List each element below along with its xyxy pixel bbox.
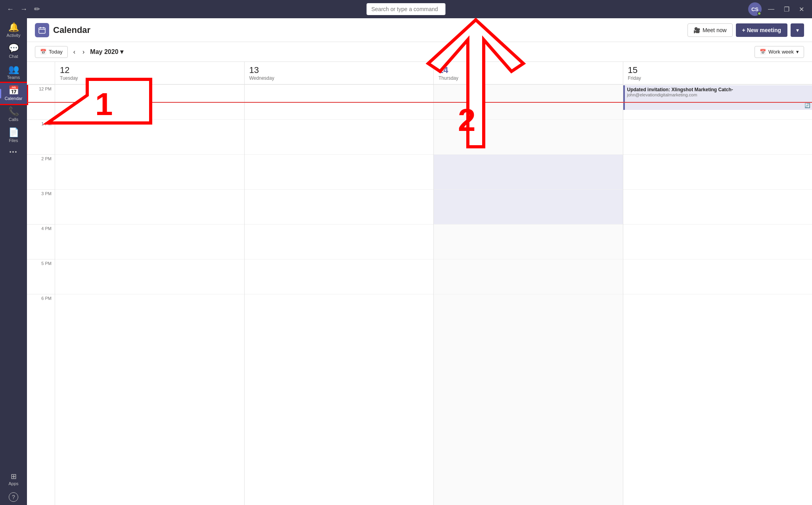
sidebar-item-label: Apps xyxy=(8,481,18,486)
compose-icon[interactable]: ✏ xyxy=(34,5,40,13)
slot[interactable] xyxy=(245,154,434,189)
day-header-14: 14 Thursday xyxy=(433,62,623,84)
slot[interactable] xyxy=(55,119,244,154)
slot[interactable] xyxy=(245,224,434,259)
current-time-line xyxy=(27,102,812,103)
calls-icon: 📞 xyxy=(8,107,19,116)
day-header-15: 15 Friday xyxy=(623,62,812,84)
slot[interactable] xyxy=(623,224,812,259)
slot[interactable] xyxy=(434,224,623,259)
time-header xyxy=(27,62,55,84)
today-button[interactable]: 📅 Today xyxy=(35,46,68,58)
sidebar-item-activity[interactable]: 🔔 Activity xyxy=(0,20,27,41)
sidebar-item-more[interactable]: ••• xyxy=(0,146,27,158)
slot[interactable] xyxy=(245,259,434,294)
days-header: 12 Tuesday 13 Wednesday 14 Thursday 15 F… xyxy=(27,62,812,84)
meet-now-button[interactable]: 🎥 Meet now xyxy=(688,23,733,37)
day-col-14[interactable] xyxy=(433,84,623,505)
sidebar-item-apps[interactable]: ⊞ Apps xyxy=(0,470,27,489)
sidebar-item-label: Calls xyxy=(9,117,18,122)
sidebar-item-label: Files xyxy=(9,138,18,143)
slot[interactable] xyxy=(55,154,244,189)
slot[interactable] xyxy=(245,119,434,154)
slot[interactable] xyxy=(55,189,244,224)
more-icon: ••• xyxy=(10,149,18,155)
sidebar-item-label: Teams xyxy=(7,75,20,80)
day-number-14: 14 xyxy=(439,65,618,75)
minimize-button[interactable]: — xyxy=(765,4,778,14)
slot[interactable] xyxy=(623,119,812,154)
main-content: Calendar 🎥 Meet now + New meeting ▾ 📅 To… xyxy=(27,18,812,505)
day-name-thu: Thursday xyxy=(439,75,618,81)
day-col-12[interactable] xyxy=(55,84,244,505)
app-layout: 🔔 Activity 💬 Chat 👥 Teams 📅 Calendar 📞 C… xyxy=(0,18,812,505)
video-icon: 🎥 xyxy=(693,27,700,33)
day-number-15: 15 xyxy=(628,65,808,75)
calendar-nav: 📅 Today ‹ › May 2020 ▾ 📅 Work week ▾ xyxy=(27,42,812,62)
sidebar-item-chat[interactable]: 💬 Chat xyxy=(0,41,27,62)
avatar[interactable]: CS xyxy=(748,2,762,16)
time-slot-4pm: 4 PM xyxy=(27,224,55,259)
day-header-12: 12 Tuesday xyxy=(55,62,244,84)
slot[interactable] xyxy=(623,189,812,224)
day-col-15[interactable]: Updated invitation: Xlingshot Marketing … xyxy=(623,84,812,505)
close-button[interactable]: ✕ xyxy=(796,4,807,15)
time-slot-6pm: 6 PM xyxy=(27,294,55,329)
sidebar-item-calendar[interactable]: 📅 Calendar xyxy=(0,83,27,104)
workweek-chevron-icon: ▾ xyxy=(796,49,799,55)
forward-button[interactable]: → xyxy=(18,4,29,15)
slot[interactable] xyxy=(55,294,244,329)
slot[interactable] xyxy=(245,294,434,329)
day-name-wed: Wednesday xyxy=(249,75,429,81)
search-bar xyxy=(367,3,446,15)
new-meeting-button[interactable]: + New meeting xyxy=(736,23,787,37)
files-icon: 📄 xyxy=(8,128,19,137)
calendar-event[interactable]: Updated invitation: Xlingshot Marketing … xyxy=(623,85,812,110)
sidebar-item-help[interactable]: ? xyxy=(0,489,27,505)
slot[interactable] xyxy=(434,189,623,224)
slot[interactable] xyxy=(245,189,434,224)
slot[interactable] xyxy=(623,294,812,329)
day-number-13: 13 xyxy=(249,65,429,75)
calendar-grid: 12 Tuesday 13 Wednesday 14 Thursday 15 F… xyxy=(27,62,812,505)
next-week-button[interactable]: › xyxy=(81,47,86,57)
maximize-button[interactable]: ❐ xyxy=(781,4,793,15)
sidebar-item-calls[interactable]: 📞 Calls xyxy=(0,104,27,125)
event-title: Updated invitation: Xlingshot Marketing … xyxy=(627,87,810,92)
help-icon: ? xyxy=(9,492,18,502)
calendar-svg-icon xyxy=(38,26,46,34)
slot[interactable] xyxy=(55,224,244,259)
slot[interactable] xyxy=(434,119,623,154)
month-label[interactable]: May 2020 ▾ xyxy=(90,48,123,56)
time-slot-1pm: 1 PM xyxy=(27,119,55,154)
event-email: john@elevationdigitalmarketing.com xyxy=(627,92,810,97)
nav-buttons: ← → xyxy=(5,4,29,15)
sidebar-bottom: ⊞ Apps ? xyxy=(0,470,27,505)
new-meeting-dropdown[interactable]: ▾ xyxy=(791,23,804,37)
slot[interactable] xyxy=(434,294,623,329)
presence-dot xyxy=(757,12,761,15)
search-input[interactable] xyxy=(367,3,446,15)
prev-week-button[interactable]: ‹ xyxy=(72,47,77,57)
sidebar-item-files[interactable]: 📄 Files xyxy=(0,125,27,146)
titlebar-actions: CS — ❐ ✕ xyxy=(748,2,807,16)
workweek-button[interactable]: 📅 Work week ▾ xyxy=(755,46,804,58)
sidebar-item-label: Chat xyxy=(9,54,18,59)
slot[interactable] xyxy=(623,154,812,189)
back-button[interactable]: ← xyxy=(5,4,16,15)
sidebar-item-label: Calendar xyxy=(5,96,23,101)
slot[interactable] xyxy=(434,259,623,294)
chat-icon: 💬 xyxy=(8,44,19,53)
day-header-13: 13 Wednesday xyxy=(244,62,434,84)
sidebar-item-label: Activity xyxy=(7,33,21,38)
calendar-page-title: Calendar xyxy=(53,25,90,35)
titlebar: ← → ✏ CS — ❐ ✕ xyxy=(0,0,812,18)
slot[interactable] xyxy=(623,259,812,294)
teams-icon: 👥 xyxy=(8,65,19,74)
slot[interactable] xyxy=(434,154,623,189)
slot[interactable] xyxy=(55,259,244,294)
calendar-icon: 📅 xyxy=(8,86,19,95)
sidebar: 🔔 Activity 💬 Chat 👥 Teams 📅 Calendar 📞 C… xyxy=(0,18,27,505)
day-col-13[interactable] xyxy=(244,84,434,505)
sidebar-item-teams[interactable]: 👥 Teams xyxy=(0,62,27,83)
